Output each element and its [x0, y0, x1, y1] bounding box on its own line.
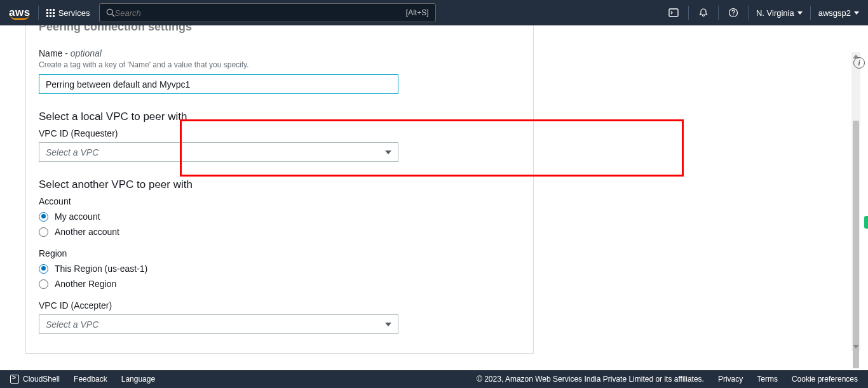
- global-search[interactable]: [Alt+S]: [99, 3, 436, 22]
- cloudshell-label: CloudShell: [23, 375, 60, 384]
- svg-point-0: [107, 9, 112, 15]
- radio-icon: [39, 279, 48, 289]
- radio-icon: [39, 212, 48, 222]
- svg-point-4: [733, 15, 733, 15]
- name-input[interactable]: [39, 74, 398, 94]
- requester-vpc-label: VPC ID (Requester): [39, 128, 520, 138]
- cookie-prefs-link[interactable]: Cookie preferences: [792, 375, 858, 384]
- scrollbar-thumb[interactable]: [853, 121, 859, 368]
- chevron-down-icon: [854, 11, 859, 15]
- account-menu[interactable]: awsgsp2: [818, 8, 859, 18]
- language-link[interactable]: Language: [121, 375, 155, 384]
- terms-link[interactable]: Terms: [757, 375, 778, 384]
- region-label: N. Virginia: [756, 8, 794, 18]
- footer-bar: CloudShell Feedback Language © 2023, Ama…: [0, 370, 868, 388]
- privacy-link[interactable]: Privacy: [718, 375, 743, 384]
- account-my-account[interactable]: My account: [39, 211, 520, 222]
- peering-settings-panel: Peering connection settings Name - optio…: [25, 25, 534, 354]
- search-icon: [106, 8, 115, 17]
- radio-label: Another Region: [55, 279, 116, 289]
- radio-label: Another account: [55, 227, 119, 237]
- search-shortcut: [Alt+S]: [406, 8, 429, 17]
- info-drawer-toggle[interactable]: i: [850, 57, 868, 69]
- requester-vpc-placeholder: Select a VPC: [46, 147, 98, 157]
- accepter-vpc-placeholder: Select a VPC: [46, 319, 98, 330]
- region-this-region[interactable]: This Region (us-east-1): [39, 264, 520, 274]
- radio-label: My account: [55, 211, 100, 222]
- optional-badge: optional: [71, 48, 102, 58]
- name-field: Name - optional Create a tag with a key …: [39, 48, 520, 94]
- chevron-down-icon: [385, 151, 391, 154]
- region-another-region[interactable]: Another Region: [39, 279, 520, 289]
- search-input[interactable]: [115, 8, 406, 18]
- accepter-vpc-label: VPC ID (Accepter): [39, 300, 520, 311]
- radio-label: This Region (us-east-1): [55, 264, 147, 274]
- services-menu[interactable]: Services: [46, 8, 90, 18]
- grid-icon: [46, 9, 55, 17]
- feedback-link[interactable]: Feedback: [74, 375, 107, 384]
- region-selector[interactable]: N. Virginia: [756, 8, 803, 18]
- terminal-icon: [10, 375, 19, 384]
- requester-vpc-select[interactable]: Select a VPC: [39, 142, 398, 162]
- aws-logo[interactable]: aws: [9, 6, 31, 19]
- notifications-icon[interactable]: [696, 6, 710, 20]
- radio-icon: [39, 227, 48, 237]
- account-label: awsgsp2: [818, 8, 851, 18]
- top-nav: aws Services [Alt+S] N. Virginia awsgsp2: [0, 0, 868, 25]
- local-vpc-heading: Select a local VPC to peer with: [39, 110, 520, 123]
- chevron-down-icon: [385, 323, 391, 326]
- services-label: Services: [58, 8, 90, 18]
- another-vpc-heading: Select another VPC to peer with: [39, 178, 520, 191]
- info-icon: i: [853, 57, 865, 69]
- divider: [38, 6, 39, 20]
- help-icon[interactable]: [726, 6, 740, 20]
- chevron-down-icon: [797, 11, 803, 15]
- region-label: Region: [39, 248, 520, 258]
- account-another-account[interactable]: Another account: [39, 227, 520, 237]
- svg-rect-2: [669, 9, 678, 17]
- page-body: Peering connection settings Name - optio…: [0, 25, 868, 370]
- panel-title: Peering connection settings: [39, 25, 520, 34]
- cloudshell-icon[interactable]: [667, 6, 681, 20]
- name-label: Name: [39, 48, 62, 58]
- cloudshell-link[interactable]: CloudShell: [10, 375, 60, 384]
- name-hint: Create a tag with a key of 'Name' and a …: [39, 60, 520, 69]
- accepter-vpc-select[interactable]: Select a VPC: [39, 314, 398, 334]
- side-tab[interactable]: [864, 216, 868, 229]
- account-label: Account: [39, 196, 520, 206]
- svg-line-1: [112, 14, 114, 17]
- radio-icon: [39, 264, 48, 274]
- copyright-text: © 2023, Amazon Web Services India Privat…: [477, 375, 704, 384]
- scroll-down-icon[interactable]: [853, 345, 859, 349]
